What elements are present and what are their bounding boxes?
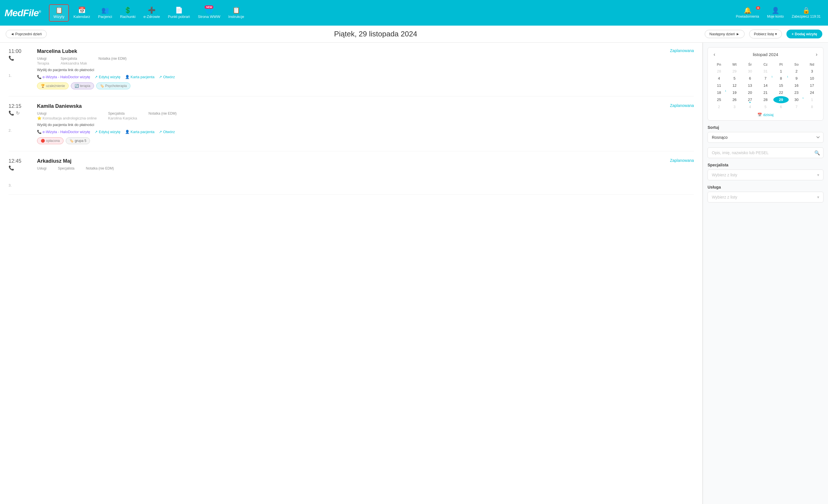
visit-header: Marcelina Lubek Zaplanowana	[37, 48, 694, 54]
cal-day[interactable]: 28	[758, 96, 773, 103]
action-link-edytuj[interactable]: ↗ Edytuj wizytę	[94, 75, 120, 79]
cal-day[interactable]: 4	[711, 75, 727, 82]
cal-day[interactable]: 301	[789, 96, 804, 103]
cal-day[interactable]: 13	[742, 82, 758, 89]
cal-day[interactable]: 5	[758, 103, 773, 110]
cal-day[interactable]: 1	[773, 68, 789, 75]
nav-label-kalendarz: Kalendarz	[74, 14, 90, 19]
cal-day[interactable]: 26	[727, 96, 742, 103]
notif-badge-powiadomienia: 6	[756, 6, 760, 10]
specialist-value: Aleksandra Mak	[60, 61, 87, 65]
tags-row: 🔴 opłacona🏷️ grupa 5	[37, 137, 694, 144]
cal-day[interactable]: 16	[789, 82, 804, 89]
header-right-moje-konto[interactable]: 👤 Moje konto	[764, 6, 787, 20]
cal-day[interactable]: 71	[758, 75, 773, 82]
search-input[interactable]	[708, 147, 823, 158]
specialist-label: Specjalista	[58, 167, 74, 170]
prev-day-button[interactable]: ◄ Poprzedni dzień	[6, 30, 47, 38]
cal-day[interactable]: 28	[711, 68, 727, 75]
calendar-prev-button[interactable]: ‹	[711, 51, 717, 58]
nav-item-kalendarz[interactable]: 📅 Kalendarz	[70, 5, 94, 21]
cal-day[interactable]: 15	[773, 82, 789, 89]
visit-time-col: 12:45 📞 3.	[8, 158, 31, 187]
nav-item-rachunki[interactable]: 💲 Rachunki	[117, 5, 139, 21]
search-icon: 🔍	[814, 150, 820, 155]
action-link-karta[interactable]: 👤 Karta pacjenta	[125, 75, 154, 79]
cal-day[interactable]: 181	[711, 89, 727, 96]
cal-day[interactable]: 3	[727, 103, 742, 110]
specialist-select[interactable]: Wybierz z listy ▾	[708, 170, 823, 180]
sort-select[interactable]: Rosnąco Malejąco	[708, 132, 823, 143]
tag-opłacona[interactable]: 🔴 opłacona	[37, 137, 64, 144]
nav-item-wizyty[interactable]: 📋 Wizyty	[49, 4, 69, 21]
cal-day[interactable]: 9	[789, 75, 804, 82]
cal-day[interactable]: 31	[758, 68, 773, 75]
action-link-karta[interactable]: 👤 Karta pacjenta	[125, 130, 154, 134]
tag-grupa 5[interactable]: 🏷️ grupa 5	[66, 137, 90, 144]
tag-Psychoterapia[interactable]: 🏷️ Psychoterapia	[96, 83, 130, 89]
cal-day[interactable]: 1	[804, 96, 820, 103]
header-right-powiadomienia[interactable]: 6 🔔 Powiadomienia	[733, 6, 762, 20]
cal-day[interactable]: 2	[789, 68, 804, 75]
logo[interactable]: MedFile®	[5, 7, 44, 18]
cal-day[interactable]: 29	[773, 96, 789, 103]
next-day-button[interactable]: Następny dzień ►	[705, 30, 745, 38]
cal-day[interactable]: 10	[804, 75, 820, 82]
cal-day[interactable]: 5	[727, 75, 742, 82]
cal-day[interactable]: 24	[804, 89, 820, 96]
cal-event-count: 1	[802, 97, 803, 99]
cal-day[interactable]: 81	[773, 75, 789, 82]
nav-item-punkt-pobran[interactable]: 📄 Punkt pobrań	[165, 5, 193, 21]
cal-day[interactable]: 7	[789, 103, 804, 110]
tag-uzależnienie[interactable]: 🏆 uzależnienie	[37, 83, 69, 89]
cal-event-count: 1	[787, 75, 788, 78]
today-link[interactable]: 📅 dzisiaj	[711, 112, 820, 117]
action-link-e-wizyta[interactable]: 📞 e-Wizyta - HaloDoctor wizytę	[37, 130, 90, 134]
cal-day[interactable]: 14	[758, 82, 773, 89]
cal-day[interactable]: 17	[804, 82, 820, 89]
cal-day[interactable]: 11	[711, 82, 727, 89]
calendar-next-button[interactable]: ›	[814, 51, 820, 58]
tags-row: 🏆 uzależnienie🔄 terapia🏷️ Psychoterapia	[37, 83, 694, 89]
action-link-otworz[interactable]: ↗ Otwórz	[159, 130, 175, 134]
payment-link: Wyślij do pacjenta link do płatności	[37, 123, 694, 127]
cal-day[interactable]: 12	[727, 82, 742, 89]
cal-day[interactable]: 30	[742, 68, 758, 75]
nav-item-instrukcje[interactable]: 📋 Instrukcje	[225, 5, 248, 21]
cal-day[interactable]: 2	[711, 103, 727, 110]
cal-day[interactable]: 4	[742, 103, 758, 110]
visit-time: 12:45	[8, 158, 22, 164]
cal-day[interactable]: 6	[742, 75, 758, 82]
nav-item-e-zdrowie[interactable]: ➕ e-Zdrowie	[140, 5, 163, 21]
header-right-zabezpiecz[interactable]: 🔒 Zabezpiecz 119:31	[789, 6, 823, 20]
action-link-otworz[interactable]: ↗ Otwórz	[159, 75, 175, 79]
cal-day[interactable]: 20	[742, 89, 758, 96]
cal-day[interactable]: 19	[727, 89, 742, 96]
cal-day-header: Śr	[742, 61, 758, 68]
services-label: Usługi	[37, 57, 49, 60]
cal-day[interactable]: 27	[742, 96, 758, 103]
cal-day[interactable]: 25	[711, 96, 727, 103]
visit-header: Kamila Daniewska Zaplanowana	[37, 103, 694, 109]
nav-item-strona-www[interactable]: NEW 🌐 Strona WWW	[195, 5, 224, 21]
add-visit-button[interactable]: + Dodaj wizytę	[786, 30, 822, 38]
cal-day[interactable]: 21	[758, 89, 773, 96]
cal-day[interactable]: 23	[789, 89, 804, 96]
action-link-e-wizyta[interactable]: 📞 e-Wizyta - HaloDoctor wizytę	[37, 75, 90, 79]
service-select[interactable]: Wybierz z listy ▾	[708, 192, 823, 202]
nav-label-wizyty: Wizyty	[53, 14, 64, 19]
visit-details-row: Usługi ⭐ Konsultacja andrologiczna onlin…	[37, 111, 694, 120]
action-link-edytuj[interactable]: ↗ Edytuj wizytę	[94, 130, 120, 134]
nav-item-pacjenci[interactable]: 👥 Pacjenci	[95, 5, 116, 21]
sort-label: Sortuj	[708, 125, 823, 130]
tag-terapia[interactable]: 🔄 terapia	[71, 83, 94, 89]
cal-day[interactable]: 29	[727, 68, 742, 75]
action-links: 📞 e-Wizyta - HaloDoctor wizytę↗ Edytuj w…	[37, 75, 694, 79]
cal-day[interactable]: 22	[773, 89, 789, 96]
cal-day[interactable]: 3	[804, 68, 820, 75]
cal-day[interactable]: 6	[773, 103, 789, 110]
logo-text: MedFile®	[5, 7, 41, 18]
download-list-button[interactable]: Pobierz listę ▾	[749, 30, 782, 38]
visit-icons: 📞	[8, 165, 14, 171]
cal-day[interactable]: 8	[804, 103, 820, 110]
